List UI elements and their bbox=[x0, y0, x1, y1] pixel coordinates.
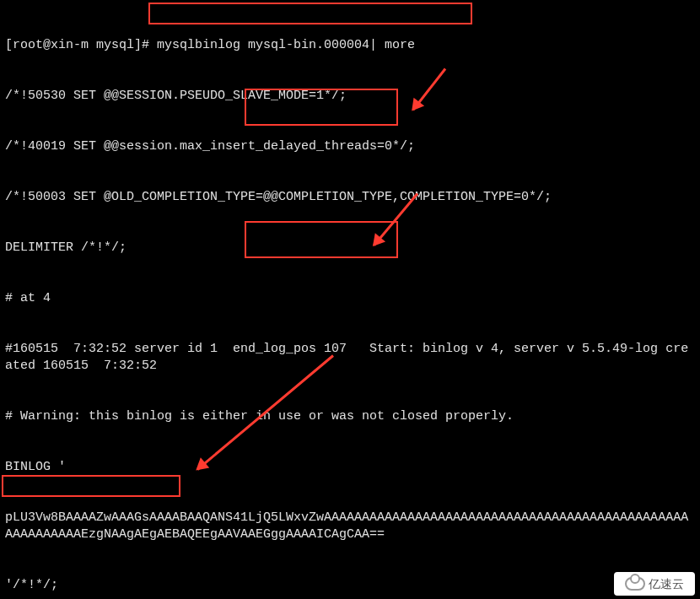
terminal-output[interactable]: [root@xin-m mysql]# mysqlbinlog mysql-bi… bbox=[0, 0, 700, 599]
watermark-logo: 亿速云 bbox=[614, 572, 695, 596]
output-line: /*!50530 SET @@SESSION.PSEUDO_SLAVE_MODE… bbox=[5, 88, 695, 105]
output-line: '/*!*/; bbox=[5, 577, 695, 594]
output-line: # Warning: this binlog is either in use … bbox=[5, 408, 695, 425]
watermark-text: 亿速云 bbox=[649, 575, 684, 592]
output-line: #160515 7:32:52 server id 1 end_log_pos … bbox=[5, 341, 695, 375]
output-line: BINLOG ' bbox=[5, 459, 695, 476]
output-line: pLU3Vw8BAAAAZwAAAGsAAAABAAQANS41LjQ5LWxv… bbox=[5, 510, 695, 543]
prompt: [root@xin-m mysql] bbox=[5, 38, 142, 52]
prompt-line: [root@xin-m mysql]# mysqlbinlog mysql-bi… bbox=[5, 37, 695, 54]
output-line: # at 4 bbox=[5, 290, 695, 307]
cloud-icon bbox=[625, 577, 645, 591]
output-line: DELIMITER /*!*/; bbox=[5, 240, 695, 256]
output-line: /*!40019 SET @@session.max_insert_delaye… bbox=[5, 138, 695, 155]
command-text: # mysqlbinlog mysql-bin.000004| more bbox=[142, 38, 415, 52]
output-line: /*!50003 SET @OLD_COMPLETION_TYPE=@@COMP… bbox=[5, 189, 695, 206]
